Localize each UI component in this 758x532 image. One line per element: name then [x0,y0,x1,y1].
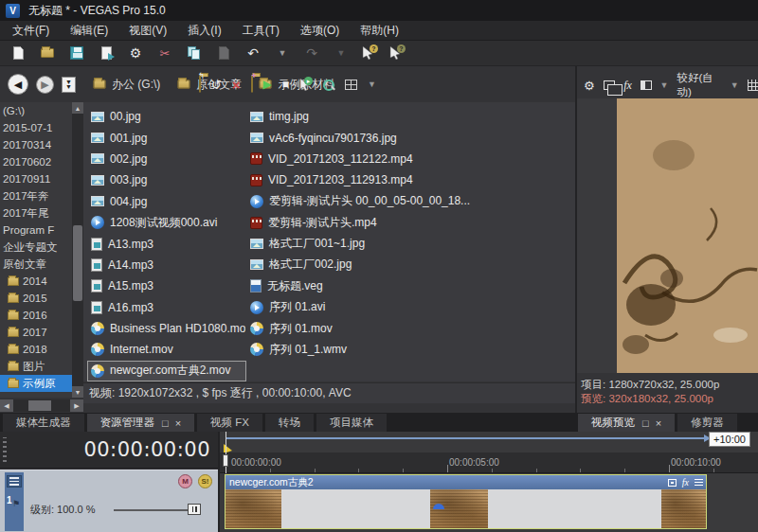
close-icon[interactable]: × [175,417,181,429]
up-one-level-icon[interactable]: ↰ [199,76,201,93]
dock-tab[interactable]: 媒体生成器 □ × [3,414,84,432]
file-item[interactable]: 格式工厂001~1.jpg [246,233,573,254]
folder-tree-item[interactable]: 图片 [0,358,72,375]
scroll-left-icon[interactable]: ◀ [0,399,13,412]
dock-tab[interactable]: 视频 FX □ × [197,414,262,432]
solo-button[interactable]: S! [198,474,212,488]
cursor-timecode[interactable]: 00:00:00:00 [83,438,210,461]
new-project-icon[interactable] [9,44,27,62]
menu-item[interactable]: 视图(V) [118,21,177,40]
preview-quality-label[interactable]: 较好(自动) [677,71,721,99]
folder-tree-item[interactable]: 20170314 [0,136,72,153]
folder-tree-item[interactable]: 2017 [0,324,72,341]
file-item[interactable]: 00.jpg [87,106,246,127]
file-item[interactable]: 爱剪辑-测试片头.mp4 [246,212,573,233]
external-monitor-icon[interactable] [604,80,616,90]
folder-tree-item[interactable]: (G:\) [0,102,72,119]
video-output-fx-icon[interactable]: fx [623,79,632,93]
folder-tree-item[interactable]: 2017年尾 [0,204,72,222]
project-video-properties-icon[interactable]: ⚙ [584,80,595,92]
views-dropdown-icon[interactable]: ▼ [368,80,376,89]
tree-vertical-scrollbar[interactable]: ▲ ▼ [72,102,83,398]
file-item[interactable]: A14.mp3 [87,255,246,275]
folder-tree-item[interactable]: 2014 [0,273,72,290]
undo-dropdown-icon[interactable]: ▼ [274,44,291,62]
open-project-icon[interactable] [39,44,56,62]
split-screen-view-icon[interactable] [641,80,652,90]
stop-preview-icon[interactable]: ■ [282,78,289,91]
folder-tree-item[interactable]: 20170602 [0,153,72,170]
file-item[interactable]: 003.jpg [87,169,246,190]
address-item[interactable]: 办公 (G:\) [93,77,160,93]
folder-tree-item[interactable]: 2015-07-1 [0,119,72,136]
dock-grip[interactable] [3,437,7,462]
back-icon[interactable]: ◀ [8,74,28,95]
loop-region-bar[interactable] [226,437,705,439]
edit-cursor-line[interactable] [226,432,226,473]
folder-tree-item[interactable]: 企业专题文 [0,239,72,256]
folder-tree-item[interactable]: 2017年奔 [0,187,72,204]
tree-horizontal-scrollbar[interactable]: ◀ ▶ [0,399,83,412]
menu-item[interactable]: 工具(T) [232,21,290,40]
level-slider-handle[interactable] [188,504,201,515]
folder-tree-item[interactable]: 20170911 [0,170,72,187]
folder-tree-item[interactable]: 原创文章 [0,256,72,273]
video-track-row[interactable]: newcger.com古典2 fx [220,473,758,530]
file-item[interactable]: 爱剪辑-测试片头 00_00_05-00_00_18... [246,191,573,212]
event-pan-crop-icon[interactable] [668,479,677,487]
file-item[interactable]: VID_20171203_112913.mp4 [246,169,573,190]
delete-icon[interactable]: × [232,77,241,93]
scroll-up-icon[interactable]: ▲ [72,102,83,114]
edit-cursor-handle[interactable] [223,454,228,467]
timeline-event[interactable]: newcger.com古典2 fx [225,474,707,529]
file-item[interactable]: VID_20171203_112122.mp4 [246,149,573,169]
event-menu-icon[interactable] [695,479,703,487]
quality-dropdown-icon[interactable]: ▼ [731,80,739,90]
refresh-icon[interactable]: ↺ [211,78,222,92]
event-body[interactable] [226,489,706,528]
track-header[interactable]: 1 ⚑ M S! 级别: 100.0 % [0,470,218,532]
folder-tree-item[interactable]: 2015 [0,290,72,307]
level-slider-track[interactable] [114,509,199,511]
whats-this-help-icon[interactable]: ? [389,45,405,61]
file-item[interactable]: 序列 01.mov [246,318,573,339]
menu-item[interactable]: 帮助(H) [350,21,409,40]
scrollbar-thumb[interactable] [73,225,82,301]
start-preview-icon[interactable]: ▶ [263,78,272,91]
file-item[interactable]: 001.jpg [87,127,246,148]
copy-icon[interactable] [186,44,203,62]
file-item[interactable]: A16.mp3 [87,297,246,318]
event-title-bar[interactable]: newcger.com古典2 fx [226,475,706,489]
file-item[interactable]: newcger.com古典2.mov [87,361,246,381]
history-dropdown-icon[interactable]: ▼▼ [62,77,76,93]
views-icon[interactable] [345,80,357,90]
event-fx-icon[interactable]: fx [682,475,689,489]
mute-button[interactable]: M [178,474,192,488]
file-item[interactable]: A13.mp3 [87,233,246,254]
undo-icon[interactable]: ↶ [244,44,262,62]
folder-tree-item[interactable]: 示例原 [0,375,72,392]
dock-tab[interactable]: 转场 □ × [265,414,314,432]
dock-tab[interactable]: 资源管理器 □ × [87,414,195,432]
file-item[interactable]: 002.jpg [87,149,246,169]
scroll-right-icon[interactable]: ▶ [70,399,83,412]
dock-tab[interactable]: 项目媒体 □ × [316,414,387,432]
folder-tree-item[interactable]: 2018 [0,341,72,358]
file-item[interactable]: vAc6-fyqincu7901736.jpg [246,127,573,148]
menu-item[interactable]: 编辑(E) [60,21,118,40]
dock-tab[interactable]: 修剪器 □ × [677,414,737,432]
track-menu-icon[interactable] [7,475,22,488]
interactive-tutorials-icon[interactable]: ? [362,45,377,61]
forward-icon[interactable]: ▶ [36,76,54,94]
file-item[interactable]: A15.mp3 [87,275,246,296]
dock-tab[interactable]: 视频预览 □ × [578,414,675,432]
folder-tree-item[interactable]: 2016 [0,307,72,324]
publish-icon[interactable] [98,44,115,62]
auto-preview-icon[interactable]: ▸ [299,78,312,91]
close-icon[interactable]: × [656,417,661,429]
scroll-down-icon[interactable]: ▼ [72,386,83,398]
file-item[interactable]: 004.jpg [87,191,246,212]
minimize-icon[interactable]: □ [162,417,169,429]
file-item[interactable]: 序列 01.avi [246,297,573,318]
file-item[interactable]: Business Plan HD1080.mov [87,318,246,339]
